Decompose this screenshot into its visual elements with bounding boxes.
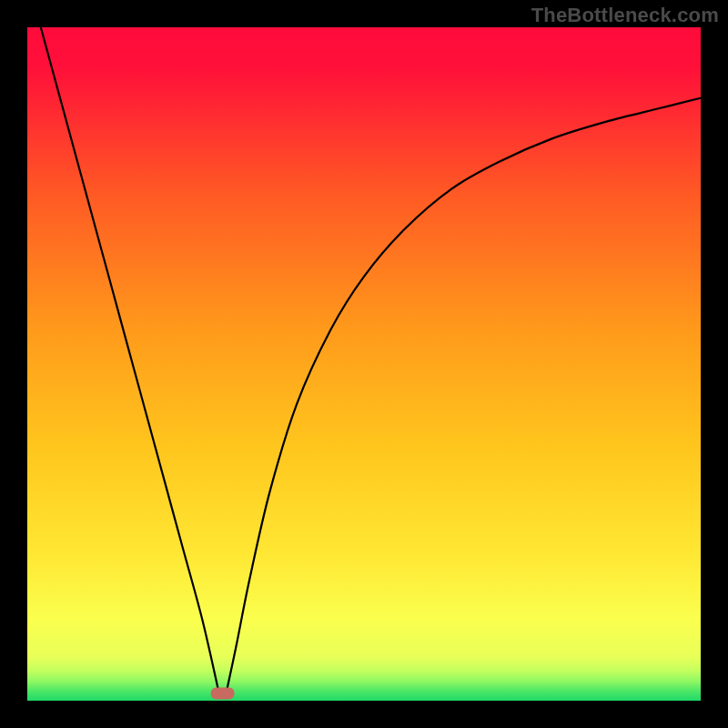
valley-marker (211, 688, 235, 700)
watermark-text: TheBottleneck.com (531, 4, 719, 27)
bottleneck-chart (0, 0, 728, 728)
chart-frame: TheBottleneck.com (0, 0, 728, 728)
plot-background (27, 27, 701, 701)
